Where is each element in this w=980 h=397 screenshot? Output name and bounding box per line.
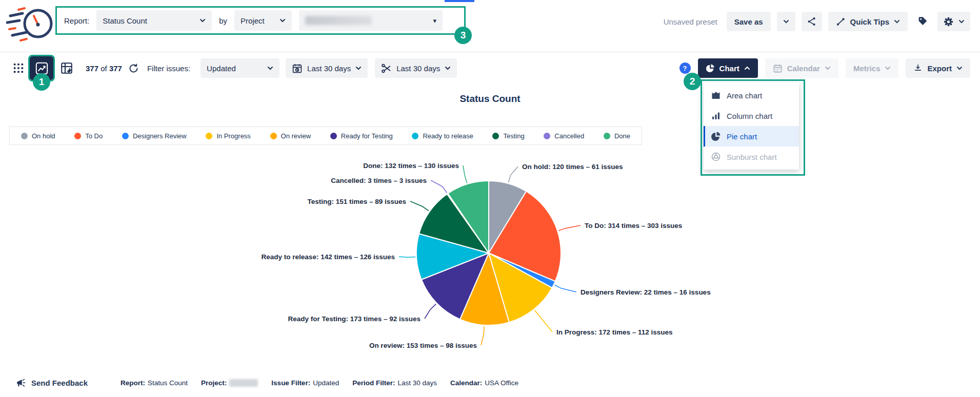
- legend-dot-icon: [544, 133, 550, 139]
- legend-item-testing[interactable]: Testing: [492, 132, 524, 140]
- pie-label: To Do: 314 times – 303 issues: [585, 222, 682, 229]
- pie-label-line: [463, 165, 467, 183]
- toolbar-left: 377 of 377 Filter issues: Updated Last 3…: [13, 52, 457, 84]
- chart-legend: On holdTo DoDesigners ReviewIn ProgressO…: [9, 127, 642, 145]
- share-icon: [807, 16, 817, 27]
- legend-dot-icon: [74, 133, 81, 139]
- column-chart-icon: [711, 111, 721, 121]
- pie-chart-area: On hold: 120 times – 61 issuesTo Do: 314…: [0, 149, 980, 374]
- save-as-label: Save as: [734, 17, 763, 26]
- pie-label-line: [431, 180, 447, 193]
- menu-item-pie-chart[interactable]: Pie chart: [704, 126, 799, 147]
- chevron-down-icon: [355, 66, 362, 70]
- pie-label: Ready to release: 142 times – 126 issues: [262, 253, 395, 261]
- legend-item-to-do[interactable]: To Do: [74, 132, 103, 140]
- menu-item-column-chart[interactable]: Column chart: [704, 106, 799, 126]
- issue-filter-select[interactable]: Updated: [201, 58, 279, 78]
- save-options-button[interactable]: [777, 12, 795, 31]
- footer-meta-item: Issue Filter:Updated: [271, 379, 339, 387]
- annotation-badge-3: 3: [454, 27, 472, 44]
- chevron-down-icon: [445, 66, 451, 70]
- menu-item-label: Column chart: [727, 112, 772, 120]
- pie-label-line: [509, 166, 518, 182]
- report-type-value: Status Count: [103, 16, 147, 25]
- report-type-select[interactable]: Status Count: [96, 10, 212, 31]
- calendar-filter-select[interactable]: Last 30 days: [375, 58, 457, 78]
- chevron-down-icon: [279, 18, 286, 23]
- footer-meta-label: Calendar:: [450, 379, 482, 387]
- megaphone-icon: [15, 378, 26, 388]
- chevron-down-icon: [267, 66, 273, 70]
- pie-label: Designers Review: 22 times – 16 issues: [581, 288, 711, 296]
- send-feedback-label: Send Feedback: [31, 379, 88, 387]
- footer-meta-value: Updated: [313, 379, 339, 387]
- legend-dot-icon: [604, 133, 610, 139]
- preset-status-text: Unsaved preset: [664, 17, 717, 26]
- period-filter-select[interactable]: Last 30 days: [286, 58, 368, 78]
- legend-item-in-progress[interactable]: In Progress: [206, 132, 250, 140]
- tag-icon: [917, 16, 928, 27]
- calendar-icon: [773, 64, 783, 73]
- count-current: 377: [86, 64, 98, 73]
- legend-item-on-hold[interactable]: On hold: [21, 132, 55, 140]
- labels-button[interactable]: [914, 12, 931, 31]
- help-button[interactable]: ?: [679, 62, 691, 74]
- annotation-badge-1: 1: [33, 73, 50, 91]
- dropdown-triangle-icon: ▾: [433, 17, 437, 24]
- legend-label: On hold: [32, 132, 55, 140]
- chart-button[interactable]: Chart: [698, 58, 758, 78]
- export-button[interactable]: Export: [906, 58, 970, 78]
- legend-label: Cancelled: [554, 132, 584, 140]
- legend-dot-icon: [206, 133, 212, 139]
- pie-label: On hold: 120 times – 61 issues: [522, 163, 623, 171]
- grid-icon: [13, 62, 24, 74]
- footer-meta-label: Project:: [201, 379, 227, 387]
- footer-meta-item: Report:Status Count: [121, 379, 188, 387]
- app-logo-icon: [6, 3, 54, 45]
- footer-meta-label: Report:: [121, 379, 145, 387]
- chevron-down-icon: [958, 19, 965, 24]
- project-select[interactable]: ▾: [299, 10, 443, 31]
- pivot-table-icon: [60, 61, 73, 75]
- annotation-badge-2: 2: [684, 73, 701, 90]
- legend-item-on-review[interactable]: On review: [270, 132, 311, 140]
- quick-tips-button[interactable]: Quick Tips: [828, 12, 908, 31]
- legend-item-done[interactable]: Done: [604, 132, 630, 140]
- quick-tips-label: Quick Tips: [850, 17, 889, 26]
- refresh-button[interactable]: [128, 63, 139, 74]
- group-by-select[interactable]: Project: [234, 10, 292, 31]
- issue-count: 377 of 377: [86, 64, 122, 73]
- menu-item-label: Pie chart: [727, 132, 757, 141]
- chevron-down-icon: [894, 19, 900, 24]
- legend-item-cancelled[interactable]: Cancelled: [544, 132, 584, 140]
- pie-label: Testing: 151 times – 89 issues: [307, 198, 406, 205]
- pie-label-line: [481, 326, 484, 345]
- legend-item-designers-review[interactable]: Designers Review: [122, 132, 187, 140]
- legend-item-ready-to-release[interactable]: Ready to release: [412, 132, 473, 140]
- menu-item-label: Area chart: [727, 91, 762, 100]
- legend-label: Testing: [503, 132, 524, 140]
- footer-meta-value: USA Office: [485, 379, 518, 387]
- menu-item-sunburst-chart: Sunburst chart: [704, 147, 799, 167]
- footer-meta-value: Status Count: [148, 379, 188, 387]
- settings-button[interactable]: [937, 12, 970, 31]
- pivot-view-button[interactable]: [60, 61, 73, 75]
- menu-item-area-chart[interactable]: Area chart: [704, 85, 799, 106]
- share-button[interactable]: [802, 12, 822, 31]
- legend-dot-icon: [412, 133, 418, 139]
- legend-item-ready-for-testing[interactable]: Ready for Testing: [330, 132, 393, 140]
- footer-meta-item: Period Filter:Last 30 days: [352, 379, 437, 387]
- area-chart-icon: [711, 90, 721, 100]
- pie-chart-icon: [711, 131, 721, 141]
- grid-view-button[interactable]: [13, 62, 24, 74]
- pie-label: Ready for Testing: 173 times – 92 issues: [288, 315, 421, 323]
- metrics-button-label: Metrics: [853, 64, 881, 73]
- legend-label: Ready for Testing: [341, 132, 393, 140]
- toolbar-right: ? Chart Calendar Metrics Export: [679, 52, 970, 84]
- save-as-button[interactable]: Save as: [727, 12, 771, 31]
- pie-label: On review: 153 times – 98 issues: [369, 342, 477, 349]
- legend-label: Designers Review: [133, 132, 187, 140]
- legend-label: Done: [614, 132, 630, 140]
- pie-chart-icon: [706, 64, 715, 73]
- send-feedback-button[interactable]: Send Feedback: [15, 378, 88, 388]
